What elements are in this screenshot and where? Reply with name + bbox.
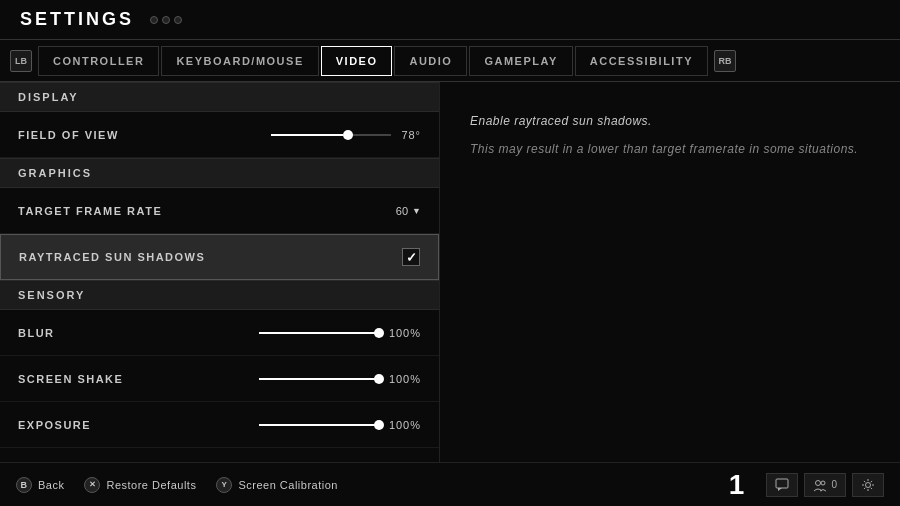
- back-label: Back: [38, 479, 64, 491]
- nav-tabs: LB CONTROLLER KEYBOARD/MOUSE VIDEO AUDIO…: [0, 40, 900, 82]
- tab-controller[interactable]: CONTROLLER: [38, 46, 159, 76]
- slider-thumb: [374, 420, 384, 430]
- settings-icon-group: [852, 473, 884, 497]
- setting-blur[interactable]: BLUR 100%: [0, 310, 439, 356]
- setting-field-of-view[interactable]: FIELD OF VIEW 78°: [0, 112, 439, 158]
- slider-track: [259, 332, 379, 334]
- exposure-label: EXPOSURE: [18, 419, 198, 431]
- slider-fill: [259, 424, 379, 426]
- right-bumper-button[interactable]: RB: [714, 50, 736, 72]
- target-frame-rate-dropdown[interactable]: 60 ▼: [396, 205, 421, 217]
- svg-rect-0: [776, 479, 788, 488]
- description-panel: Enable raytraced sun shadows. This may r…: [440, 82, 900, 462]
- tab-video[interactable]: VIDEO: [321, 46, 393, 76]
- screen-calibration-label: Screen Calibration: [238, 479, 338, 491]
- header-dot-3: [174, 16, 182, 24]
- setting-exposure[interactable]: EXPOSURE 100%: [0, 402, 439, 448]
- blur-value: 100%: [389, 327, 421, 339]
- checkbox-checkmark: ✓: [406, 250, 417, 265]
- settings-header: SETTINGS: [0, 0, 900, 40]
- blur-label: BLUR: [18, 327, 198, 339]
- target-frame-rate-value: 60: [396, 205, 408, 217]
- player-number: 1: [729, 469, 747, 501]
- slider-track: [271, 134, 391, 136]
- restore-defaults-button-icon: ✕: [84, 477, 100, 493]
- screen-shake-slider[interactable]: [198, 378, 378, 380]
- section-graphics: GRAPHICS: [0, 158, 439, 188]
- slider-track: [259, 378, 379, 380]
- footer-right: 1 0: [729, 469, 884, 501]
- raytraced-sun-shadows-label: RAYTRACED SUN SHADOWS: [19, 251, 402, 263]
- field-of-view-slider[interactable]: [205, 134, 392, 136]
- setting-target-frame-rate[interactable]: TARGET FRAME RATE 60 ▼: [0, 188, 439, 234]
- dropdown-arrow-icon: ▼: [412, 206, 421, 216]
- players-icon: [813, 478, 827, 492]
- section-display: DISPLAY: [0, 82, 439, 112]
- footer-status-icons: 0: [766, 473, 884, 497]
- main-content: DISPLAY FIELD OF VIEW 78° GRAPHICS TARGE…: [0, 82, 900, 462]
- screen-calibration-action[interactable]: Y Screen Calibration: [216, 477, 338, 493]
- slider-fill: [259, 332, 379, 334]
- screen-shake-label: SCREEN SHAKE: [18, 373, 198, 385]
- header-dot-2: [162, 16, 170, 24]
- page-title: SETTINGS: [20, 9, 134, 30]
- target-frame-rate-label: TARGET FRAME RATE: [18, 205, 396, 217]
- slider-thumb: [374, 328, 384, 338]
- back-action[interactable]: B Back: [16, 477, 64, 493]
- tab-keyboard-mouse[interactable]: KEYBOARD/MOUSE: [161, 46, 318, 76]
- svg-point-4: [866, 482, 871, 487]
- svg-point-2: [816, 480, 821, 485]
- exposure-value: 100%: [389, 419, 421, 431]
- exposure-slider[interactable]: [198, 424, 378, 426]
- blur-slider[interactable]: [198, 332, 378, 334]
- chat-icon: [775, 478, 789, 492]
- setting-raytraced-sun-shadows[interactable]: RAYTRACED SUN SHADOWS ✓: [0, 234, 439, 280]
- field-of-view-label: FIELD OF VIEW: [18, 129, 205, 141]
- tab-audio[interactable]: AUDIO: [394, 46, 467, 76]
- players-icon-group: 0: [804, 473, 846, 497]
- footer-actions: B Back ✕ Restore Defaults Y Screen Calib…: [16, 477, 338, 493]
- tab-gameplay[interactable]: GAMEPLAY: [469, 46, 572, 76]
- slider-fill: [271, 134, 343, 136]
- slider-thumb: [374, 374, 384, 384]
- raytraced-sun-shadows-checkbox[interactable]: ✓: [402, 248, 420, 266]
- section-sensory: SENSORY: [0, 280, 439, 310]
- tab-accessibility[interactable]: ACCESSIBILITY: [575, 46, 708, 76]
- description-secondary: This may result in a lower than target f…: [470, 140, 870, 158]
- chat-icon-group: [766, 473, 798, 497]
- players-count: 0: [831, 479, 837, 490]
- screen-shake-value: 100%: [389, 373, 421, 385]
- header-decoration: [150, 16, 182, 24]
- field-of-view-value: 78°: [401, 129, 421, 141]
- setting-screen-shake[interactable]: SCREEN SHAKE 100%: [0, 356, 439, 402]
- restore-defaults-label: Restore Defaults: [106, 479, 196, 491]
- setting-full-screen-effects[interactable]: FULL SCREEN EFFECTS 100%: [0, 448, 439, 462]
- svg-point-3: [821, 481, 825, 485]
- slider-thumb: [343, 130, 353, 140]
- back-button-icon: B: [16, 477, 32, 493]
- slider-track: [259, 424, 379, 426]
- footer: B Back ✕ Restore Defaults Y Screen Calib…: [0, 462, 900, 506]
- restore-defaults-action[interactable]: ✕ Restore Defaults: [84, 477, 196, 493]
- slider-fill: [259, 378, 379, 380]
- screen-calibration-button-icon: Y: [216, 477, 232, 493]
- gear-icon: [861, 478, 875, 492]
- left-bumper-button[interactable]: LB: [10, 50, 32, 72]
- description-primary: Enable raytraced sun shadows.: [470, 112, 870, 130]
- header-dot-1: [150, 16, 158, 24]
- settings-panel: DISPLAY FIELD OF VIEW 78° GRAPHICS TARGE…: [0, 82, 440, 462]
